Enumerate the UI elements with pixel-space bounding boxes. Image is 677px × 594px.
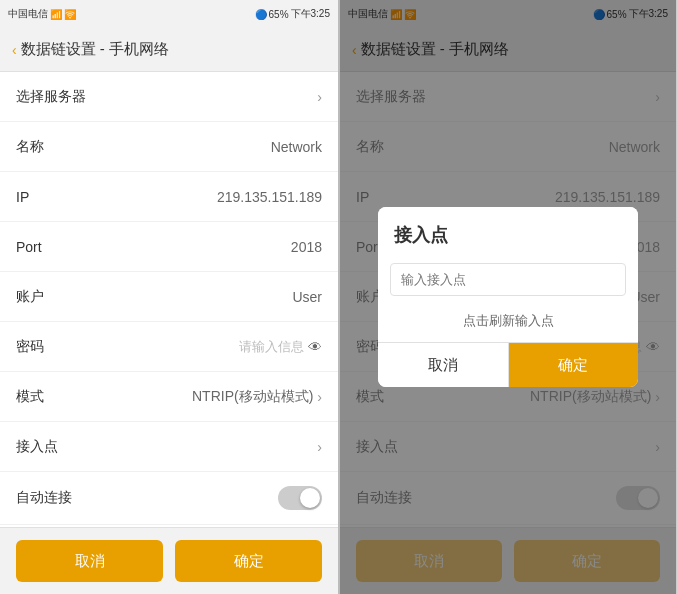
value-ip: 219.135.151.189 — [217, 189, 322, 205]
password-placeholder: 请输入信息 — [239, 338, 304, 356]
chevron-select-server: › — [317, 89, 322, 105]
value-mode: NTRIP(移动站模式) › — [192, 388, 322, 406]
left-panel: 中国电信 📶 🛜 🔵 65% 下午3:25 ‹ 数据链设置 - 手机网络 选择服… — [0, 0, 338, 594]
battery-left: 65% — [269, 9, 289, 20]
item-access-point[interactable]: 接入点 › — [0, 422, 338, 472]
label-port: Port — [16, 239, 42, 255]
back-icon-left: ‹ — [12, 42, 17, 58]
bottom-buttons-left: 取消 确定 — [0, 527, 338, 594]
status-left: 中国电信 📶 🛜 — [8, 7, 76, 21]
confirm-button-left[interactable]: 确定 — [175, 540, 322, 582]
item-auto-connect: 自动连接 — [0, 472, 338, 525]
dialog-confirm-button[interactable]: 确定 — [509, 343, 639, 387]
item-password[interactable]: 密码 请输入信息 👁 — [0, 322, 338, 372]
carrier-left: 中国电信 — [8, 7, 48, 21]
item-select-server[interactable]: 选择服务器 › — [0, 72, 338, 122]
dialog-hint: 点击刷新输入点 — [378, 304, 638, 342]
back-button-left[interactable]: ‹ — [12, 42, 17, 58]
value-password: 请输入信息 👁 — [239, 338, 322, 356]
item-mode[interactable]: 模式 NTRIP(移动站模式) › — [0, 372, 338, 422]
eye-icon: 👁 — [308, 339, 322, 355]
access-point-dialog: 接入点 点击刷新输入点 取消 确定 — [378, 207, 638, 387]
status-right-left: 🔵 65% 下午3:25 — [255, 7, 330, 21]
label-account: 账户 — [16, 288, 44, 306]
settings-list-left: 选择服务器 › 名称 Network IP 219.135.151.189 Po… — [0, 72, 338, 527]
signal-left: 📶 — [50, 9, 62, 20]
status-bar-left: 中国电信 📶 🛜 🔵 65% 下午3:25 — [0, 0, 338, 28]
label-password: 密码 — [16, 338, 44, 356]
chevron-access-point: › — [317, 439, 322, 455]
item-name: 名称 Network — [0, 122, 338, 172]
label-select-server: 选择服务器 — [16, 88, 86, 106]
right-panel: 中国电信 📶 🛜 🔵 65% 下午3:25 ‹ 数据链设置 - 手机网络 选择服… — [338, 0, 676, 594]
nav-bar-left: ‹ 数据链设置 - 手机网络 — [0, 28, 338, 72]
dialog-cancel-button[interactable]: 取消 — [378, 343, 509, 387]
wifi-left: 🛜 — [64, 9, 76, 20]
item-port: Port 2018 — [0, 222, 338, 272]
toggle-knob — [300, 488, 320, 508]
bluetooth-left: 🔵 — [255, 9, 267, 20]
label-mode: 模式 — [16, 388, 44, 406]
value-port: 2018 — [291, 239, 322, 255]
value-account: User — [292, 289, 322, 305]
dialog-buttons: 取消 确定 — [378, 342, 638, 387]
cancel-button-left[interactable]: 取消 — [16, 540, 163, 582]
toggle-auto-connect[interactable] — [278, 486, 322, 510]
item-account: 账户 User — [0, 272, 338, 322]
access-point-input[interactable] — [390, 263, 626, 296]
nav-title-left: 数据链设置 - 手机网络 — [21, 40, 169, 59]
label-name: 名称 — [16, 138, 44, 156]
item-ip: IP 219.135.151.189 — [0, 172, 338, 222]
dialog-title: 接入点 — [378, 207, 638, 255]
chevron-mode: › — [317, 389, 322, 405]
label-access-point: 接入点 — [16, 438, 58, 456]
value-name: Network — [271, 139, 322, 155]
label-auto-connect: 自动连接 — [16, 489, 72, 507]
label-ip: IP — [16, 189, 29, 205]
time-left: 下午3:25 — [291, 7, 330, 21]
